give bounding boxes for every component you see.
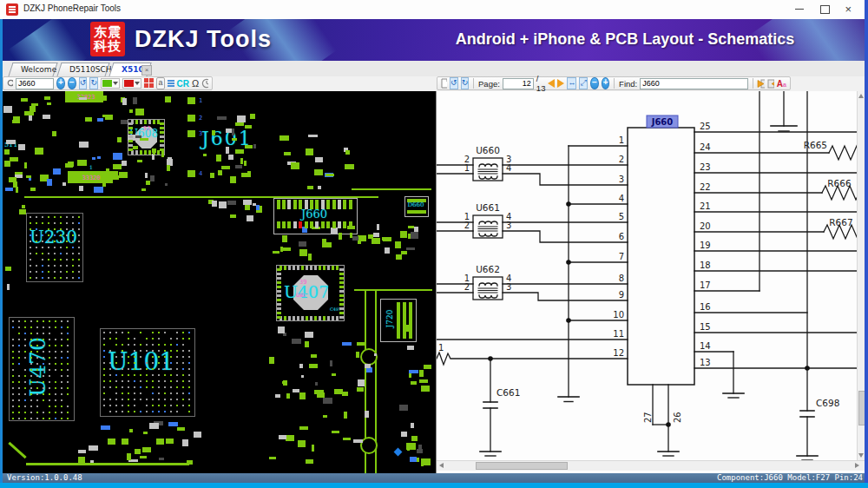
ref-u662[interactable]: U662: [476, 264, 500, 274]
pcb-pad: [330, 360, 332, 366]
pcb-pad: [279, 135, 289, 141]
chip-pad: [301, 316, 304, 320]
window-border-right: [865, 0, 868, 483]
scroll-right-icon[interactable]: [855, 463, 859, 468]
pin-number: 6: [619, 232, 624, 241]
zoom-out-icon[interactable]: −: [590, 77, 599, 89]
pcb-label-j660[interactable]: J660: [301, 208, 327, 221]
horizontal-scrollbar[interactable]: [437, 460, 865, 471]
page-input[interactable]: [503, 78, 534, 89]
vertical-scroll-thumb[interactable]: [858, 391, 865, 425]
bga-ball: [36, 339, 38, 340]
header-banner: 东震 科技 DZKJ Tools Android + iPhone & PCB …: [0, 19, 865, 61]
bga-ball: [67, 326, 69, 328]
resistance-icon[interactable]: Ω: [192, 78, 199, 89]
net-list-icon[interactable]: [168, 78, 174, 89]
font-size-icon[interactable]: Aa: [777, 79, 786, 89]
green-layer-swatch[interactable]: [101, 78, 120, 89]
schematic-toolbar: ↺ ↻ Page: / 13 ↔ ⤢ − + Find: Aa: [437, 76, 791, 90]
bga-ball: [182, 368, 184, 370]
horizontal-scroll-thumb[interactable]: [476, 462, 568, 470]
schematic-view[interactable]: J660 1 2 3 4 5 6 7 8 9 10 11 12 25 24 23…: [437, 91, 865, 473]
connector-pad: [310, 221, 313, 228]
bga-ball: [122, 350, 123, 352]
brand-name: DZKJ Tools: [135, 26, 272, 53]
red-layer-swatch[interactable]: [122, 78, 141, 89]
next-page-icon[interactable]: [557, 79, 564, 88]
fit-page-icon[interactable]: ⤢: [579, 77, 588, 89]
chip-pad: [339, 307, 344, 310]
tab-close-icon[interactable]: ×: [141, 65, 152, 76]
pcb-pad: [308, 254, 312, 260]
pcb-pad: [129, 109, 133, 113]
bga-ball: [72, 253, 74, 254]
find-input[interactable]: [640, 78, 747, 89]
rotate-left-icon[interactable]: ↺: [450, 77, 458, 89]
bga-ball: [55, 406, 56, 407]
pcb-pad: [275, 394, 280, 398]
selected-component-label[interactable]: J660: [651, 117, 674, 127]
bga-ball: [12, 326, 14, 328]
zoom-out-icon[interactable]: −: [68, 77, 76, 89]
tab-x510[interactable]: X510 ×: [111, 63, 149, 76]
pcb-label-u470[interactable]: U470: [25, 322, 50, 412]
bga-ball: [109, 380, 111, 382]
chip-pad: [277, 268, 281, 271]
bga-ball: [30, 339, 32, 340]
bga-ball: [48, 241, 49, 242]
grid-icon[interactable]: [144, 78, 154, 89]
bga-ball: [61, 387, 62, 389]
pcb-pad: [21, 98, 28, 102]
find-next-icon[interactable]: [767, 79, 774, 89]
chip-pad: [288, 316, 291, 320]
rotate-right-icon[interactable]: ↻: [89, 77, 98, 89]
bga-ball: [61, 399, 62, 401]
tab-welcome[interactable]: Welcome: [10, 63, 56, 76]
pcb-pad: [79, 186, 83, 191]
new-page-icon[interactable]: [441, 78, 447, 89]
find-prev-icon[interactable]: [757, 79, 764, 89]
chip-pad: [293, 266, 295, 270]
bga-ball: [176, 411, 178, 412]
tab-d5110sch[interactable]: D5110SCH: [59, 63, 108, 76]
bga-ball: [134, 392, 135, 394]
bga-ball: [134, 344, 135, 346]
minimize-icon[interactable]: [786, 0, 812, 19]
brand-logo-top: 东震: [94, 25, 122, 39]
ref-r665[interactable]: R665: [804, 140, 827, 150]
scroll-left-icon[interactable]: [439, 463, 444, 468]
bga-ball: [176, 405, 178, 406]
bga-ball: [36, 234, 37, 236]
zoom-in-icon[interactable]: +: [56, 77, 65, 89]
rotate-right-icon[interactable]: ↻: [461, 77, 470, 89]
pcb-pad: [168, 422, 178, 426]
pin-number: 4: [619, 194, 624, 203]
bga-ball: [24, 387, 26, 389]
scroll-down-icon[interactable]: [858, 453, 864, 458]
close-icon[interactable]: ×: [837, 0, 862, 19]
ref-c698[interactable]: C698: [816, 398, 839, 408]
bga-ball: [55, 363, 56, 365]
zoom-in-icon[interactable]: +: [602, 77, 610, 89]
fit-width-icon[interactable]: ↔: [567, 77, 576, 89]
vertical-scrollbar[interactable]: [857, 91, 865, 460]
ref-r667[interactable]: R667: [829, 217, 852, 228]
ref-u660[interactable]: U660: [476, 145, 500, 155]
rotate-left-icon[interactable]: ↺: [79, 77, 88, 89]
maximize-icon[interactable]: [812, 0, 837, 19]
prev-page-icon[interactable]: [548, 79, 555, 88]
pcb-label-u407-pin: 39: [299, 279, 306, 286]
ref-u661[interactable]: U661: [476, 202, 500, 213]
search-input[interactable]: [16, 78, 54, 89]
cr-mode-icon[interactable]: CR: [177, 79, 189, 89]
bga-ball: [61, 406, 62, 407]
pcb-view[interactable]: J601 U230 J660 U101 U470 U608 52 U407 39…: [3, 91, 437, 473]
refresh-icon[interactable]: [201, 78, 208, 89]
pin-number: 13: [700, 358, 711, 367]
ref-c661[interactable]: C661: [496, 387, 520, 398]
bga-ball: [36, 375, 38, 377]
scroll-up-icon[interactable]: [858, 94, 864, 98]
text-a-icon[interactable]: a: [156, 77, 165, 89]
ref-r666[interactable]: R666: [827, 178, 852, 188]
schematic-component-j660[interactable]: [628, 128, 694, 385]
